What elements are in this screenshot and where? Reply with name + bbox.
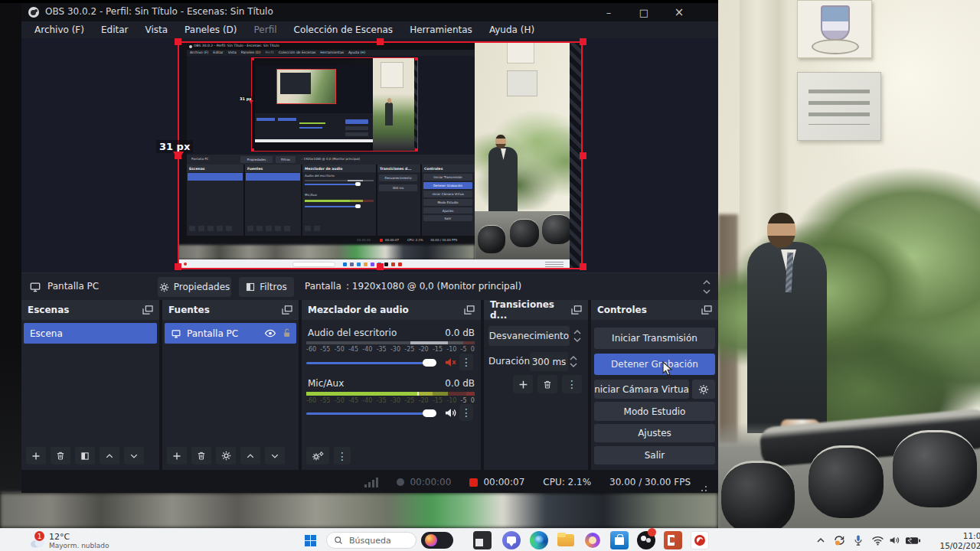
row-scroll-spinner[interactable]: [701, 276, 712, 298]
selection-handle[interactable]: [377, 263, 384, 270]
source-up-button[interactable]: [240, 447, 260, 465]
car-headrest: [721, 461, 795, 528]
popout-icon[interactable]: [571, 305, 582, 315]
app-icon-ring[interactable]: [583, 531, 602, 549]
teams-icon[interactable]: [502, 531, 521, 549]
search-box[interactable]: Búsqueda: [326, 532, 416, 549]
mixer-ch2-slider-handle[interactable]: [423, 409, 436, 417]
mixer-ch2-slider[interactable]: [306, 412, 436, 415]
mixer-ch1-menu[interactable]: ⋮: [459, 354, 473, 370]
menu-paneles[interactable]: Paneles (D): [176, 21, 245, 38]
duration-spinner[interactable]: [568, 352, 579, 371]
add-scene-button[interactable]: [26, 447, 46, 465]
minimize-button[interactable]: –: [591, 3, 626, 21]
exit-button[interactable]: Salir: [594, 446, 715, 465]
scene-up-button[interactable]: [100, 447, 119, 465]
scenes-panel-header: Escenas: [21, 300, 159, 320]
source-properties-button[interactable]: [216, 447, 236, 465]
source-list-item[interactable]: Pantalla PC: [165, 323, 296, 344]
windows-taskbar: 1 12°C Mayorm. nublado Búsqueda 11:05 15…: [0, 528, 980, 551]
settings-button[interactable]: Ajustes: [594, 424, 715, 442]
mixer-settings-button[interactable]: [306, 447, 329, 465]
selection-handle[interactable]: [580, 152, 586, 159]
weather-widget[interactable]: 1 12°C Mayorm. nublado: [26, 529, 126, 551]
popout-icon[interactable]: [464, 305, 475, 315]
menu-ayuda[interactable]: Ayuda (H): [481, 21, 543, 38]
preview-area[interactable]: OBS 30.0.2 - Perfil: Sin Título - Escena…: [21, 38, 718, 272]
transition-select-spinner[interactable]: [571, 326, 583, 346]
obs-taskbar-icon[interactable]: [637, 531, 655, 549]
source-down-button[interactable]: [265, 447, 285, 465]
store-icon[interactable]: [610, 531, 629, 549]
obs-titlebar[interactable]: OBS 30.0.2 - Perfil: Sin Título - Escena…: [21, 3, 718, 21]
mixer-ch1-slider[interactable]: [306, 362, 436, 364]
source-prop-label: Pantalla: [305, 281, 341, 292]
edge-icon[interactable]: [530, 531, 548, 549]
unlock-icon[interactable]: [282, 328, 292, 338]
menu-coleccion[interactable]: Colección de Escenas: [286, 21, 402, 38]
desktop-left-strip: [0, 3, 21, 493]
mixer-title: Mezclador de audio: [308, 305, 409, 315]
obs-notification-dot: [648, 528, 656, 536]
volume-icon[interactable]: [889, 535, 900, 546]
start-streaming-button[interactable]: Iniciar Transmisión: [594, 328, 715, 349]
mixer-ch1-slider-handle[interactable]: [423, 359, 436, 367]
popout-icon[interactable]: [142, 305, 153, 315]
remove-transition-button[interactable]: [537, 375, 557, 393]
eye-icon[interactable]: [264, 328, 276, 338]
taskbar-clock[interactable]: 11:05 15/02/2024: [931, 531, 980, 551]
microphone-icon[interactable]: [853, 533, 864, 547]
controls-panel: Controles Iniciar Transmisión Detener Gr…: [591, 300, 718, 470]
menu-vista[interactable]: Vista: [136, 21, 176, 38]
virtual-camera-settings-button[interactable]: [692, 380, 715, 399]
source-selection-rect[interactable]: [178, 41, 583, 269]
selection-handle[interactable]: [175, 38, 181, 45]
battery-icon[interactable]: [905, 536, 921, 546]
scenes-panel: Escenas Escena: [21, 300, 159, 470]
scene-filters-button[interactable]: [75, 447, 95, 465]
transition-menu-button[interactable]: ⋮: [562, 375, 582, 393]
selection-handle[interactable]: [580, 38, 586, 45]
filters-button[interactable]: Filtros: [239, 277, 294, 297]
remove-source-button[interactable]: [191, 447, 211, 465]
source-prop-value: : 1920x1080 @ 0,0 (Monitor principal): [346, 281, 521, 292]
add-transition-button[interactable]: [513, 375, 533, 393]
speaker-icon[interactable]: [444, 407, 457, 419]
resize-grip[interactable]: [700, 485, 707, 493]
studio-mode-button[interactable]: Modo Estudio: [594, 402, 715, 421]
remove-scene-button[interactable]: [51, 447, 70, 465]
duration-value-field[interactable]: 300 ms: [530, 352, 568, 371]
notification-badge: 1: [34, 531, 44, 541]
mixer-menu-button[interactable]: ⋮: [334, 447, 351, 465]
powerpoint-icon[interactable]: [664, 531, 682, 549]
selection-handle[interactable]: [580, 263, 586, 270]
close-button[interactable]: ×: [662, 3, 697, 21]
onedrive-sync-icon[interactable]: [833, 534, 846, 546]
maximize-button[interactable]: □: [626, 3, 662, 21]
popout-icon[interactable]: [701, 305, 712, 315]
app-icon-dark[interactable]: [473, 531, 492, 549]
file-explorer-icon[interactable]: [557, 531, 575, 549]
start-virtual-camera-button[interactable]: niciar Cámara Virtua: [594, 380, 689, 399]
mixer-ch2-menu[interactable]: ⋮: [459, 404, 473, 421]
menu-perfil[interactable]: Perfil: [246, 21, 286, 38]
popout-icon[interactable]: [282, 305, 292, 315]
wifi-icon[interactable]: [871, 536, 884, 546]
scene-down-button[interactable]: [124, 447, 144, 465]
selection-handle[interactable]: [377, 38, 384, 45]
add-source-button[interactable]: [167, 447, 187, 465]
acrobat-icon[interactable]: [691, 531, 709, 549]
stop-recording-button[interactable]: Detener Grabación: [594, 354, 715, 375]
selection-handle[interactable]: [175, 263, 181, 270]
tray-chevron-icon[interactable]: [816, 536, 825, 544]
start-button[interactable]: [305, 535, 310, 540]
menu-herramientas[interactable]: Herramientas: [401, 21, 481, 38]
desktop-photo: [718, 0, 980, 528]
copilot-button[interactable]: [421, 532, 453, 549]
transition-select[interactable]: Desvanecimiento: [488, 326, 570, 346]
scene-list-item[interactable]: Escena: [24, 323, 157, 344]
speaker-muted-icon[interactable]: [444, 357, 457, 368]
properties-button[interactable]: Propiedades: [158, 277, 231, 297]
menu-archivo[interactable]: Archivo (F): [26, 21, 93, 38]
menu-editar[interactable]: Editar: [93, 21, 137, 38]
